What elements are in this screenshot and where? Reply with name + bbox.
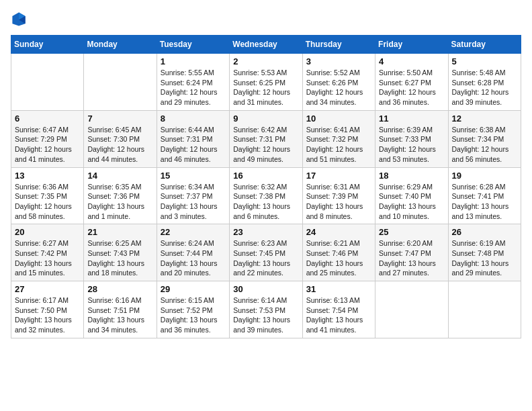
calendar-cell: 19Sunrise: 6:28 AMSunset: 7:41 PMDayligh… (448, 167, 521, 224)
day-number: 17 (306, 171, 371, 181)
day-info: Sunrise: 6:36 AMSunset: 7:35 PMDaylight:… (15, 182, 80, 222)
day-number: 6 (15, 113, 80, 124)
calendar-cell: 1Sunrise: 5:55 AMSunset: 6:24 PMDaylight… (157, 54, 229, 111)
day-info: Sunrise: 6:17 AMSunset: 7:50 PMDaylight:… (15, 295, 80, 335)
calendar-cell (11, 54, 84, 111)
day-number: 5 (452, 56, 517, 66)
calendar-cell: 2Sunrise: 5:53 AMSunset: 6:25 PMDaylight… (230, 54, 302, 111)
day-info: Sunrise: 6:47 AMSunset: 7:29 PMDaylight:… (15, 125, 80, 165)
calendar-cell: 13Sunrise: 6:36 AMSunset: 7:35 PMDayligh… (11, 167, 84, 224)
day-info: Sunrise: 5:52 AMSunset: 6:26 PMDaylight:… (306, 68, 371, 107)
calendar-cell: 18Sunrise: 6:29 AMSunset: 7:40 PMDayligh… (375, 167, 448, 224)
calendar-cell: 9Sunrise: 6:42 AMSunset: 7:31 PMDaylight… (230, 110, 302, 167)
day-info: Sunrise: 5:55 AMSunset: 6:24 PMDaylight:… (161, 68, 226, 107)
day-number: 15 (161, 171, 226, 181)
week-row-3: 13Sunrise: 6:36 AMSunset: 7:35 PMDayligh… (11, 167, 521, 224)
day-number: 3 (306, 56, 371, 66)
calendar-cell: 30Sunrise: 6:14 AMSunset: 7:53 PMDayligh… (230, 281, 302, 338)
week-row-4: 20Sunrise: 6:27 AMSunset: 7:42 PMDayligh… (11, 224, 521, 281)
calendar-cell (84, 54, 157, 111)
day-number: 12 (452, 113, 517, 124)
day-info: Sunrise: 6:45 AMSunset: 7:30 PMDaylight:… (87, 125, 152, 165)
calendar-cell: 7Sunrise: 6:45 AMSunset: 7:30 PMDaylight… (84, 110, 157, 167)
day-number: 30 (233, 284, 298, 294)
calendar-cell (448, 281, 521, 338)
logo-icon (11, 11, 27, 27)
day-number: 20 (15, 227, 80, 237)
day-number: 1 (161, 56, 226, 66)
week-row-1: 1Sunrise: 5:55 AMSunset: 6:24 PMDaylight… (11, 54, 521, 111)
day-number: 27 (15, 284, 80, 294)
day-info: Sunrise: 6:31 AMSunset: 7:39 PMDaylight:… (306, 182, 371, 222)
day-number: 11 (379, 113, 444, 124)
day-number: 22 (161, 227, 226, 237)
calendar-cell: 22Sunrise: 6:24 AMSunset: 7:44 PMDayligh… (157, 224, 229, 281)
calendar-cell: 26Sunrise: 6:19 AMSunset: 7:48 PMDayligh… (448, 224, 521, 281)
day-number: 16 (233, 171, 298, 181)
calendar-cell: 5Sunrise: 5:48 AMSunset: 6:28 PMDaylight… (448, 54, 521, 111)
calendar-cell: 27Sunrise: 6:17 AMSunset: 7:50 PMDayligh… (11, 281, 84, 338)
day-info: Sunrise: 6:15 AMSunset: 7:52 PMDaylight:… (161, 295, 226, 335)
day-info: Sunrise: 5:50 AMSunset: 6:27 PMDaylight:… (379, 68, 444, 107)
calendar-cell: 16Sunrise: 6:32 AMSunset: 7:38 PMDayligh… (230, 167, 302, 224)
day-number: 28 (87, 284, 152, 294)
day-info: Sunrise: 6:23 AMSunset: 7:45 PMDaylight:… (233, 238, 298, 278)
day-number: 29 (161, 284, 226, 294)
day-number: 7 (87, 113, 152, 124)
calendar-cell: 20Sunrise: 6:27 AMSunset: 7:42 PMDayligh… (11, 224, 84, 281)
day-number: 23 (233, 227, 298, 237)
calendar-cell: 8Sunrise: 6:44 AMSunset: 7:31 PMDaylight… (157, 110, 229, 167)
calendar-cell: 6Sunrise: 6:47 AMSunset: 7:29 PMDaylight… (11, 110, 84, 167)
day-info: Sunrise: 6:25 AMSunset: 7:43 PMDaylight:… (87, 238, 152, 278)
day-number: 24 (306, 227, 371, 237)
day-number: 2 (233, 56, 298, 66)
day-number: 13 (15, 171, 80, 181)
day-number: 19 (452, 171, 517, 181)
calendar-cell: 17Sunrise: 6:31 AMSunset: 7:39 PMDayligh… (302, 167, 375, 224)
calendar-cell: 15Sunrise: 6:34 AMSunset: 7:37 PMDayligh… (157, 167, 229, 224)
weekday-header-wednesday: Wednesday (230, 36, 302, 54)
day-number: 21 (87, 227, 152, 237)
calendar-cell: 14Sunrise: 6:35 AMSunset: 7:36 PMDayligh… (84, 167, 157, 224)
calendar-cell: 28Sunrise: 6:16 AMSunset: 7:51 PMDayligh… (84, 281, 157, 338)
weekday-header-sunday: Sunday (11, 36, 84, 54)
weekday-header-saturday: Saturday (448, 36, 521, 54)
calendar-cell: 12Sunrise: 6:38 AMSunset: 7:34 PMDayligh… (448, 110, 521, 167)
calendar-cell (375, 281, 448, 338)
header (11, 11, 521, 27)
day-info: Sunrise: 6:34 AMSunset: 7:37 PMDaylight:… (161, 182, 226, 222)
weekday-header-monday: Monday (84, 36, 157, 54)
calendar-cell: 4Sunrise: 5:50 AMSunset: 6:27 PMDaylight… (375, 54, 448, 111)
weekday-header-friday: Friday (375, 36, 448, 54)
day-number: 25 (379, 227, 444, 237)
calendar-cell: 29Sunrise: 6:15 AMSunset: 7:52 PMDayligh… (157, 281, 229, 338)
week-row-5: 27Sunrise: 6:17 AMSunset: 7:50 PMDayligh… (11, 281, 521, 338)
day-info: Sunrise: 6:27 AMSunset: 7:42 PMDaylight:… (15, 238, 80, 278)
day-info: Sunrise: 6:42 AMSunset: 7:31 PMDaylight:… (233, 125, 298, 165)
calendar-cell: 11Sunrise: 6:39 AMSunset: 7:33 PMDayligh… (375, 110, 448, 167)
calendar-cell: 21Sunrise: 6:25 AMSunset: 7:43 PMDayligh… (84, 224, 157, 281)
day-info: Sunrise: 6:28 AMSunset: 7:41 PMDaylight:… (452, 182, 517, 222)
weekday-header-thursday: Thursday (302, 36, 375, 54)
day-number: 31 (306, 284, 371, 294)
day-info: Sunrise: 5:53 AMSunset: 6:25 PMDaylight:… (233, 68, 298, 107)
day-number: 9 (233, 113, 298, 124)
day-info: Sunrise: 6:13 AMSunset: 7:54 PMDaylight:… (306, 295, 371, 335)
week-row-2: 6Sunrise: 6:47 AMSunset: 7:29 PMDaylight… (11, 110, 521, 167)
day-number: 10 (306, 113, 371, 124)
day-info: Sunrise: 6:16 AMSunset: 7:51 PMDaylight:… (87, 295, 152, 335)
day-info: Sunrise: 5:48 AMSunset: 6:28 PMDaylight:… (452, 68, 517, 107)
day-info: Sunrise: 6:35 AMSunset: 7:36 PMDaylight:… (87, 182, 152, 222)
calendar-cell: 3Sunrise: 5:52 AMSunset: 6:26 PMDaylight… (302, 54, 375, 111)
day-info: Sunrise: 6:38 AMSunset: 7:34 PMDaylight:… (452, 125, 517, 165)
day-number: 26 (452, 227, 517, 237)
calendar-cell: 24Sunrise: 6:21 AMSunset: 7:46 PMDayligh… (302, 224, 375, 281)
weekday-header-row: SundayMondayTuesdayWednesdayThursdayFrid… (11, 36, 521, 54)
day-info: Sunrise: 6:21 AMSunset: 7:46 PMDaylight:… (306, 238, 371, 278)
day-info: Sunrise: 6:24 AMSunset: 7:44 PMDaylight:… (161, 238, 226, 278)
day-info: Sunrise: 6:44 AMSunset: 7:31 PMDaylight:… (161, 125, 226, 165)
day-info: Sunrise: 6:20 AMSunset: 7:47 PMDaylight:… (379, 238, 444, 278)
day-info: Sunrise: 6:29 AMSunset: 7:40 PMDaylight:… (379, 182, 444, 222)
day-info: Sunrise: 6:39 AMSunset: 7:33 PMDaylight:… (379, 125, 444, 165)
day-info: Sunrise: 6:19 AMSunset: 7:48 PMDaylight:… (452, 238, 517, 278)
